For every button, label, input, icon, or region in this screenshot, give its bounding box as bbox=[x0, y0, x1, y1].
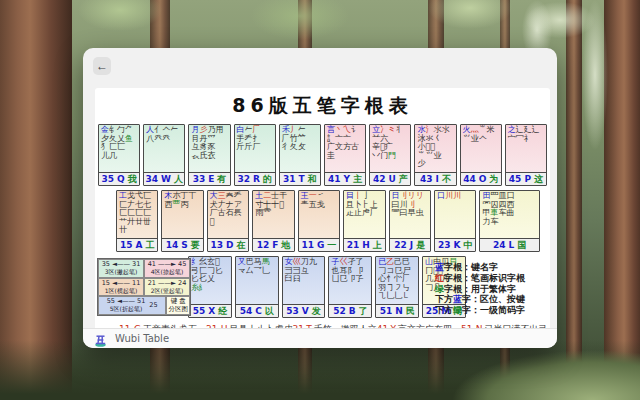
key-label: 14S要 bbox=[162, 238, 202, 251]
back-button[interactable]: ← bbox=[93, 57, 111, 75]
keyboard-zone-map: 35 ◄—— 31 3区(撇起笔) 41 ——► 45 4区(捺起笔) 15 ◄… bbox=[97, 258, 191, 316]
zone-label: 4区(捺起笔) bbox=[151, 268, 184, 276]
key-label: 35Q我 bbox=[99, 172, 139, 185]
key-cell-D: 大三𡗗龵犬𠂇ナア厂古石镸𦣞13D在 bbox=[207, 190, 249, 252]
zone-label: 2区(竖起笔) bbox=[151, 287, 184, 295]
color-legend-line: 绿字根：用于繁体字 bbox=[435, 284, 550, 295]
key-cell-J: 日刂リリ曰川刂⺜曰早虫22J是 bbox=[389, 190, 431, 252]
key-cell-A: 工戈弋匸匚𠂇七七匚匚匸匸艹廾廿丗卄15A工 bbox=[116, 190, 158, 252]
key-cell-N: 已乙己巳𠃌コ㔾尸心忄㣺𠂆羽㇆㇇㇉㇈乚乚㇄51N民 bbox=[375, 256, 419, 318]
key-label: 33E有 bbox=[189, 172, 229, 185]
back-arrow-icon: ← bbox=[96, 59, 108, 73]
key-label: 41Y主 bbox=[325, 172, 365, 185]
key-roots: 禾丿𠂉𠂆竹⺮彳夂攵 bbox=[280, 125, 320, 172]
key-roots: 王一㇀龶五戋 bbox=[299, 191, 339, 238]
zone-map-cell-4: 41 ——► 45 4区(捺起笔) bbox=[144, 259, 190, 278]
key-label: 23K中 bbox=[435, 238, 475, 251]
zone-extra-25: 25 bbox=[149, 301, 157, 309]
key-label: 13D在 bbox=[208, 238, 248, 251]
key-cell-E: 月彡乃用⺝丹爫彑豸豕𧘇氏衣33E有 bbox=[188, 124, 230, 186]
key-label: 52B了 bbox=[329, 304, 371, 317]
key-label: 11G一 bbox=[299, 238, 339, 251]
zone-map-cell-2: 21 ——► 24 2区(竖起笔) bbox=[144, 278, 190, 297]
zone-range: 41 ——► 45 bbox=[148, 260, 187, 268]
key-roots: 月彡乃用⺝丹爫彑豸豕𧘇氏衣 bbox=[189, 125, 229, 172]
zone-map-cell-1: 15 ◄—— 11 1区(横起笔) bbox=[98, 278, 144, 297]
key-roots: 田罒皿囗罓囚四西甲車车曲力车 bbox=[480, 191, 539, 238]
key-cell-Q: 金钅勹⺈夕夂乂鱼犭匚匸儿几35Q我 bbox=[98, 124, 140, 186]
grass-patch bbox=[450, 345, 640, 400]
zone-map-title: 键 盘 分区图 bbox=[166, 296, 190, 315]
key-label: 53V发 bbox=[283, 304, 325, 317]
zone-map-title-line: 分区图 bbox=[169, 305, 189, 313]
key-roots: 目丨亅且卜⺊上龰止虍𠂆 bbox=[344, 191, 384, 238]
key-cell-F: 土二士干寸十十𢆉雨⻗12F地 bbox=[252, 190, 294, 252]
key-label: 21H上 bbox=[344, 238, 384, 251]
key-cell-K: 口川川23K中 bbox=[434, 190, 476, 252]
key-label: 42U产 bbox=[370, 172, 410, 185]
zone-range: 35 ◄—— 31 bbox=[102, 260, 141, 268]
color-legend-line: 蓝字根：键名字 bbox=[435, 262, 550, 273]
key-roots: 水氵氺氺𣲙氺𡿨小𡭔𠆢⺌⺍业少 bbox=[415, 125, 455, 172]
key-label: 34W人 bbox=[144, 172, 184, 185]
key-cell-V: 女巛刀九彐⺕彑臼𦥑53V发 bbox=[282, 256, 326, 318]
key-cell-W: 人亻𠆢𠂉八癶癶34W人 bbox=[143, 124, 185, 186]
key-roots: 之辶廴⻌宀冖礻 bbox=[506, 125, 546, 172]
color-legend: 蓝字根：键名字红字根：笔画标识字根绿字根：用于繁体字下方蓝字：区位、按键下方绿字… bbox=[435, 262, 550, 316]
key-roots: 口川川 bbox=[435, 191, 475, 238]
key-label: 45P这 bbox=[506, 172, 546, 185]
key-label: 44O为 bbox=[461, 172, 501, 185]
wubi-five-icon bbox=[94, 332, 107, 345]
zone-label: 1区(横起笔) bbox=[105, 287, 138, 295]
key-roots: 白𠂉𠂆手龵扌斤斤厂 bbox=[235, 125, 275, 172]
key-label: 24L国 bbox=[480, 238, 539, 251]
color-legend-line: 下方绿字：一级简码字 bbox=[435, 305, 550, 316]
app-window: ← 86版五笔字根表 金钅勹⺈夕夂乂鱼犭匚匸儿几35Q我人亻𠆢𠂉八癶癶34W人月… bbox=[83, 48, 557, 348]
zone-range: 15 ◄—— 11 bbox=[102, 279, 141, 287]
key-roots: 日刂リリ曰川刂⺜曰早虫 bbox=[390, 191, 430, 238]
app-bar: Wubi Table bbox=[83, 328, 557, 348]
key-cell-X: 纟幺玄𢆶弓匚𠃌匕匕𠤎乂糸糹55X经 bbox=[188, 256, 232, 318]
key-roots: 金钅勹⺈夕夂乂鱼犭匚匸儿几 bbox=[99, 125, 139, 172]
key-cell-G: 王一㇀龶五戋11G一 bbox=[298, 190, 340, 252]
key-roots: 立冫⺀丬䒑六辛𢆉疒丷门門 bbox=[370, 125, 410, 172]
zone-label: 3区(撇起笔) bbox=[105, 268, 138, 276]
zone-range: 21 ——► 24 bbox=[148, 279, 187, 287]
key-roots: 木朩丁丅西覀丙 bbox=[162, 191, 202, 238]
key-cell-O: 火灬⺌米⺍业𠆢44O为 bbox=[460, 124, 502, 186]
color-legend-line: 下方蓝字：区位、按键 bbox=[435, 294, 550, 305]
key-cell-C: 又巴马馬龴厶乛乚54C以 bbox=[235, 256, 279, 318]
key-cell-P: 之辶廴⻌宀冖礻45P这 bbox=[505, 124, 547, 186]
key-label: 32R的 bbox=[235, 172, 275, 185]
key-label: 22J是 bbox=[390, 238, 430, 251]
key-cell-H: 目丨亅且卜⺊上龰止虍𠂆21H上 bbox=[343, 190, 385, 252]
key-label: 54C以 bbox=[236, 304, 278, 317]
key-roots: 纟幺玄𢆶弓匚𠃌匕匕𠤎乂糸糹 bbox=[189, 257, 231, 304]
zone-range: 55 ◄—— 51 bbox=[107, 297, 146, 305]
key-roots: 大三𡗗龵犬𠂇ナア厂古石镸𦣞 bbox=[208, 191, 248, 238]
key-roots: 言丶乀讠訁亠亠广文方古圭 bbox=[325, 125, 365, 172]
color-legend-line: 红字根：笔画标识字根 bbox=[435, 273, 550, 284]
zone-label: 5区(折起笔) bbox=[110, 305, 143, 313]
key-roots: 土二士干寸十十𢆉雨⻗ bbox=[253, 191, 293, 238]
key-roots: 人亻𠆢𠂉八癶癶 bbox=[144, 125, 184, 172]
key-roots: 工戈弋匸匚𠂇七七匚匚匸匸艹廾廿丗卄 bbox=[117, 191, 157, 238]
key-roots: 又巴马馬龴厶乛乚 bbox=[236, 257, 278, 304]
sky-patch bbox=[582, 0, 608, 150]
key-roots: 女巛刀九彐⺕彑臼𦥑 bbox=[283, 257, 325, 304]
app-bar-label: Wubi Table bbox=[115, 333, 169, 344]
key-cell-S: 木朩丁丅西覀丙14S要 bbox=[161, 190, 203, 252]
key-roots: 子巜孑了也耳阝卩凵㔾卩孒 bbox=[329, 257, 371, 304]
key-label: 55X经 bbox=[189, 304, 231, 317]
key-label: 12F地 bbox=[253, 238, 293, 251]
key-cell-Y: 言丶乀讠訁亠亠广文方古圭41Y主 bbox=[324, 124, 366, 186]
key-label: 31T和 bbox=[280, 172, 320, 185]
key-cell-U: 立冫⺀丬䒑六辛𢆉疒丷门門42U产 bbox=[369, 124, 411, 186]
keyboard-row-bottom: 纟幺玄𢆶弓匚𠃌匕匕𠤎乂糸糹55X经又巴马馬龴厶乛乚54C以女巛刀九彐⺕彑臼𦥑53… bbox=[188, 256, 466, 318]
key-cell-T: 禾丿𠂉𠂆竹⺮彳夂攵31T和 bbox=[279, 124, 321, 186]
key-roots: 已乙己巳𠃌コ㔾尸心忄㣺𠂆羽㇆㇇㇉㇈乚乚㇄ bbox=[376, 257, 418, 304]
zone-map-title-line: 键 盘 bbox=[171, 297, 186, 305]
key-cell-L: 田罒皿囗罓囚四西甲車车曲力车24L国 bbox=[479, 190, 540, 252]
keyboard-row-top: 金钅勹⺈夕夂乂鱼犭匚匸儿几35Q我人亻𠆢𠂉八癶癶34W人月彡乃用⺝丹爫彑豸豕𧘇氏… bbox=[98, 124, 547, 186]
key-cell-I: 水氵氺氺𣲙氺𡿨小𡭔𠆢⺌⺍业少43I不 bbox=[414, 124, 456, 186]
